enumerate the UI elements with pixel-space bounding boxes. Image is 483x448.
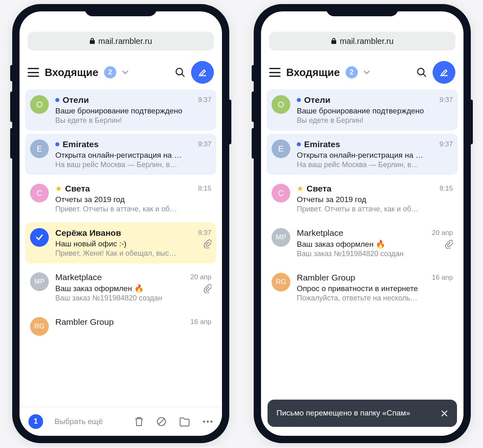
side-button [252,128,254,159]
message-header-row: Marketplace20 апр [55,272,211,282]
compose-button[interactable] [191,61,214,84]
phone-left: mail.rambler.ru Входящие 2 ООтели9:37Ваш… [12,4,229,443]
search-button[interactable] [416,67,427,78]
lock-icon [89,38,95,44]
message-subject: Открыта онлайн-регистрация на … [297,151,453,160]
message-preview: Привет. Отчеты в аттаче, как и об… [55,205,211,213]
svg-point-4 [203,420,205,422]
message-row[interactable]: RGRambler Group16 апрОпрос о приватности… [267,267,458,308]
folder-title: Входящие [45,66,98,79]
star-icon[interactable]: ★ [297,184,303,193]
screen-left: mail.rambler.ru Входящие 2 ООтели9:37Ваш… [20,11,222,436]
message-body: Marketplace20 апрВаш заказ оформлен 🔥Ваш… [55,272,211,302]
svg-line-3 [159,419,164,424]
url-bar[interactable]: mail.rambler.ru [28,32,214,50]
subject-text: Отчеты за 2019 год [55,195,125,204]
message-row[interactable]: EEmirates9:37Открыта онлайн-регистрация … [25,134,216,175]
message-body: Серёжа Иванов9:37Наш новый офис :-)Приве… [55,228,211,258]
message-time: 9:37 [198,96,211,104]
message-row[interactable]: ООтели9:37Ваше бронирование подтверждено… [25,89,216,130]
avatar[interactable]: О [30,95,49,114]
url-bar[interactable]: mail.rambler.ru [269,32,455,50]
message-preview: Вы едете в Берлин! [55,116,211,125]
message-subject: Наш новый офис :-) [55,239,211,248]
sender: Emirates [304,139,340,149]
screen-right: mail.rambler.ru Входящие 2 ООтели9:37Ваш… [261,11,463,436]
close-icon [441,410,448,417]
message-header-row: Отели9:37 [55,95,211,105]
message-row[interactable]: С★Света8:15Отчеты за 2019 годПривет. Отч… [25,178,216,219]
chevron-down-icon[interactable] [122,70,128,74]
avatar[interactable]: RG [272,273,290,291]
menu-button[interactable] [28,68,39,77]
message-row[interactable]: С★Света8:15Отчеты за 2019 годПривет. Отч… [267,178,458,219]
sender: Света [65,184,90,194]
compose-button[interactable] [433,61,455,84]
avatar[interactable]: MP [30,272,49,291]
toast: Письмо перемещено в папку «Спам» [268,400,457,427]
unread-badge: 2 [346,66,358,78]
avatar[interactable]: E [30,139,49,158]
message-header-row: Rambler Group16 апр [55,317,211,327]
avatar-letter: О [278,100,284,109]
subject-text: Ваш заказ оформлен 🔥 [55,284,144,293]
avatar[interactable]: С [272,184,290,202]
message-row[interactable]: Серёжа Иванов9:37Наш новый офис :-)Приве… [25,222,216,263]
selected-count[interactable]: 1 [28,414,43,429]
select-more-button[interactable]: Выбрать ещё [54,417,103,426]
avatar-letter: С [278,189,284,198]
search-button[interactable] [175,67,185,78]
message-row[interactable]: MPMarketplace20 апрВаш заказ оформлен 🔥В… [267,222,458,264]
move-button[interactable] [179,417,190,426]
message-preview: На ваш рейс Москва — Берлин, в… [55,161,211,169]
subject-text: Ваше бронирование подтверждено [55,107,183,115]
subject-text: Открыта онлайн-регистрация на … [55,151,182,160]
avatar[interactable]: RG [30,317,49,336]
delete-button[interactable] [134,416,144,427]
more-button[interactable] [202,420,213,423]
message-subject: Отчеты за 2019 год [55,195,211,204]
message-header-row: Marketplace20 апр [297,228,453,238]
message-body: Отели9:37Ваше бронирование подтвержденоВ… [55,95,211,125]
message-row[interactable]: ООтели9:37Ваше бронирование подтверждено… [267,89,458,130]
message-subject: Ваше бронирование подтверждено [297,107,453,115]
avatar[interactable]: С [30,184,49,202]
message-body: Emirates9:37Открыта онлайн-регистрация н… [55,139,211,169]
attachment-icon [445,240,453,249]
subject-text: Ваш заказ оформлен 🔥 [297,239,385,249]
sender: Света [307,184,331,194]
unread-dot-icon [55,142,59,146]
message-subject: Открыта онлайн-регистрация на … [55,151,211,160]
message-body: Отели9:37Ваше бронирование подтвержденоВ… [297,95,453,125]
message-subject: Отчеты за 2019 год [297,195,453,204]
star-icon[interactable]: ★ [55,184,62,193]
message-time: 9:37 [198,229,211,237]
message-preview: Ваш заказ №191984820 создан [297,250,453,258]
unread-badge: 2 [104,66,116,78]
message-time: 16 апр [190,318,211,326]
svg-point-6 [211,420,213,422]
message-row[interactable]: MPMarketplace20 апрВаш заказ оформлен 🔥В… [25,267,216,308]
avatar-letter: RG [34,322,45,331]
avatar[interactable]: E [272,139,290,158]
menu-button[interactable] [269,68,281,77]
message-list: ООтели9:37Ваше бронирование подтверждено… [261,89,463,436]
toast-close-button[interactable] [441,410,448,417]
message-preview: Вы едете в Берлин! [297,116,453,125]
url-text: mail.rambler.ru [340,37,394,46]
message-header-row: Emirates9:37 [55,139,211,149]
message-row[interactable]: RGRambler Group16 апр [25,311,216,336]
attachment-icon [203,284,211,293]
message-subject: Ваш заказ оформлен 🔥 [55,284,211,293]
unread-dot-icon [55,98,59,102]
spam-button[interactable] [156,416,167,427]
avatar[interactable]: MP [272,228,290,247]
checkmark-avatar[interactable] [30,228,49,247]
message-time: 9:37 [198,140,211,148]
message-row[interactable]: EEmirates9:37Открыта онлайн-регистрация … [267,134,458,175]
chevron-down-icon[interactable] [363,70,370,74]
message-header-row: Отели9:37 [297,95,453,105]
avatar[interactable]: О [272,95,290,114]
sender: Rambler Group [297,273,355,283]
message-preview: Привет. Отчеты в аттаче, как и об… [297,205,453,213]
